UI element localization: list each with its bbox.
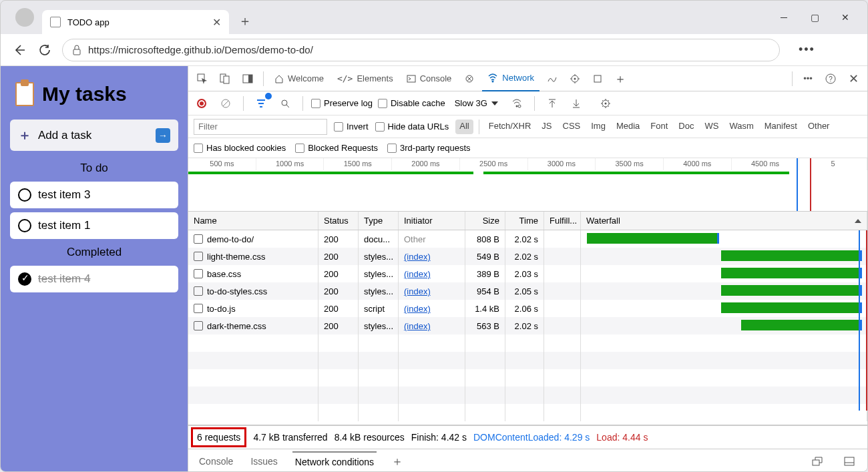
search-icon[interactable] bbox=[276, 94, 294, 113]
filter-chip-media[interactable]: Media bbox=[612, 120, 644, 134]
request-row[interactable]: base.css200styles...(index)389 B2.03 s bbox=[188, 265, 867, 282]
tab-elements[interactable]: </> Elements bbox=[332, 66, 399, 91]
tab-console[interactable]: Console bbox=[401, 66, 457, 91]
browser-tab[interactable]: TODO app ✕ bbox=[42, 10, 229, 34]
drawer-tab-network-conditions[interactable]: Network conditions bbox=[292, 451, 377, 471]
request-initiator: (index) bbox=[399, 317, 465, 334]
blocked-cookies-checkbox[interactable]: Has blocked cookies bbox=[194, 143, 286, 153]
tab-network[interactable]: Network bbox=[482, 66, 539, 91]
column-initiator[interactable]: Initiator bbox=[399, 212, 465, 230]
performance-icon[interactable] bbox=[542, 69, 562, 89]
request-row[interactable]: light-theme.css200styles...(index)549 B2… bbox=[188, 248, 867, 265]
column-waterfall[interactable]: Waterfall bbox=[581, 212, 867, 230]
dock-side-icon[interactable] bbox=[238, 69, 258, 89]
request-row[interactable]: to-do-styles.css200styles...(index)954 B… bbox=[188, 282, 867, 300]
help-icon[interactable]: ? bbox=[821, 69, 841, 89]
add-tab-icon[interactable]: ＋ bbox=[610, 69, 630, 89]
svg-point-10 bbox=[574, 77, 576, 79]
devtools-menu-icon[interactable]: ••• bbox=[798, 69, 818, 89]
request-status: 200 bbox=[318, 230, 359, 248]
minimize-button[interactable]: ─ bbox=[769, 7, 799, 28]
task-checkbox-icon[interactable] bbox=[18, 272, 31, 286]
drawer-collapse-icon[interactable] bbox=[839, 451, 859, 471]
task-item[interactable]: test item 1 bbox=[10, 212, 178, 239]
browser-menu-button[interactable]: ••• bbox=[799, 43, 815, 57]
hide-data-urls-checkbox[interactable]: Hide data URLs bbox=[375, 122, 449, 132]
refresh-button[interactable] bbox=[37, 42, 53, 58]
url-box[interactable]: https://microsoftedge.github.io/Demos/de… bbox=[62, 39, 780, 61]
network-settings-icon[interactable] bbox=[596, 94, 615, 113]
sources-icon[interactable] bbox=[459, 69, 479, 89]
more-panels-icon[interactable] bbox=[588, 69, 608, 89]
task-item[interactable]: test item 3 bbox=[10, 182, 178, 208]
task-checkbox-icon[interactable] bbox=[18, 219, 31, 232]
export-har-icon[interactable] bbox=[567, 94, 586, 113]
clear-button[interactable] bbox=[216, 94, 235, 113]
close-window-button[interactable]: ✕ bbox=[830, 7, 861, 28]
drawer-add-tab[interactable]: ＋ bbox=[389, 449, 406, 473]
filter-chip-css[interactable]: CSS bbox=[559, 120, 585, 134]
close-devtools-icon[interactable]: ✕ bbox=[843, 69, 863, 89]
disable-cache-checkbox[interactable]: Disable cache bbox=[378, 98, 445, 108]
filter-chip-js[interactable]: JS bbox=[537, 120, 556, 134]
drawer-expand-icon[interactable] bbox=[807, 451, 827, 471]
filter-chip-fetchxhr[interactable]: Fetch/XHR bbox=[485, 120, 535, 134]
filter-chip-all[interactable]: All bbox=[455, 120, 473, 134]
drawer-tab-issues[interactable]: Issues bbox=[248, 452, 280, 471]
filter-input[interactable] bbox=[194, 119, 327, 135]
blocked-requests-checkbox[interactable]: Blocked Requests bbox=[295, 143, 378, 153]
column-size[interactable]: Size bbox=[465, 212, 505, 230]
network-timeline[interactable]: 500 ms1000 ms1500 ms2000 ms2500 ms3000 m… bbox=[188, 158, 867, 212]
close-tab-icon[interactable]: ✕ bbox=[212, 16, 221, 29]
svg-rect-3 bbox=[224, 76, 229, 83]
timeline-tick: 3500 ms bbox=[596, 158, 664, 170]
device-emulation-icon[interactable] bbox=[215, 69, 235, 89]
tab-welcome[interactable]: Welcome bbox=[269, 66, 329, 91]
filter-chip-other[interactable]: Other bbox=[804, 120, 834, 134]
column-fulfilled[interactable]: Fulfill... bbox=[544, 212, 581, 230]
request-row[interactable]: demo-to-do/200docu...Other808 B2.02 s bbox=[188, 230, 867, 248]
request-time: 2.06 s bbox=[505, 300, 544, 317]
empty-row bbox=[188, 334, 867, 352]
maximize-button[interactable]: ▢ bbox=[799, 7, 830, 28]
request-row[interactable]: dark-theme.css200styles...(index)563 B2.… bbox=[188, 317, 867, 334]
request-time: 2.02 s bbox=[505, 317, 544, 334]
filter-chip-font[interactable]: Font bbox=[646, 120, 672, 134]
inspect-element-icon[interactable] bbox=[192, 69, 212, 89]
initiator-link[interactable]: (index) bbox=[404, 269, 431, 279]
import-har-icon[interactable] bbox=[543, 94, 562, 113]
request-type: script bbox=[359, 300, 399, 317]
filter-chip-ws[interactable]: WS bbox=[700, 120, 722, 134]
column-status[interactable]: Status bbox=[318, 212, 359, 230]
initiator-link[interactable]: (index) bbox=[404, 286, 431, 296]
column-name[interactable]: Name bbox=[188, 212, 318, 230]
third-party-checkbox[interactable]: 3rd-party requests bbox=[387, 143, 471, 153]
request-row[interactable]: to-do.js200script(index)1.4 kB2.06 s bbox=[188, 300, 867, 317]
drawer-tab-console[interactable]: Console bbox=[196, 452, 236, 471]
empty-row bbox=[188, 404, 867, 421]
request-waterfall bbox=[581, 230, 867, 248]
record-button[interactable] bbox=[192, 94, 211, 113]
column-time[interactable]: Time bbox=[505, 212, 544, 230]
new-tab-button[interactable]: ＋ bbox=[234, 10, 256, 31]
column-type[interactable]: Type bbox=[359, 212, 399, 230]
task-checkbox-icon[interactable] bbox=[18, 188, 31, 202]
initiator-link[interactable]: (index) bbox=[404, 252, 431, 262]
application-icon[interactable] bbox=[565, 69, 585, 89]
filter-chip-img[interactable]: Img bbox=[587, 120, 610, 134]
initiator-link[interactable]: (index) bbox=[404, 304, 431, 314]
submit-task-button[interactable]: → bbox=[156, 128, 170, 143]
filter-toggle-icon[interactable] bbox=[252, 94, 270, 113]
filter-chip-manifest[interactable]: Manifest bbox=[761, 120, 801, 134]
task-item-completed[interactable]: test item 4 bbox=[10, 266, 178, 292]
invert-checkbox[interactable]: Invert bbox=[334, 122, 369, 132]
initiator-link[interactable]: (index) bbox=[404, 321, 431, 331]
back-button[interactable] bbox=[11, 42, 27, 58]
filter-chip-doc[interactable]: Doc bbox=[674, 120, 698, 134]
wifi-icon[interactable] bbox=[507, 94, 526, 113]
profile-avatar-icon[interactable] bbox=[15, 8, 34, 27]
preserve-log-checkbox[interactable]: Preserve log bbox=[311, 98, 373, 108]
filter-chip-wasm[interactable]: Wasm bbox=[725, 120, 757, 134]
throttling-select[interactable]: Slow 3G bbox=[451, 97, 502, 109]
add-task-input[interactable]: ＋ Add a task → bbox=[10, 120, 178, 151]
